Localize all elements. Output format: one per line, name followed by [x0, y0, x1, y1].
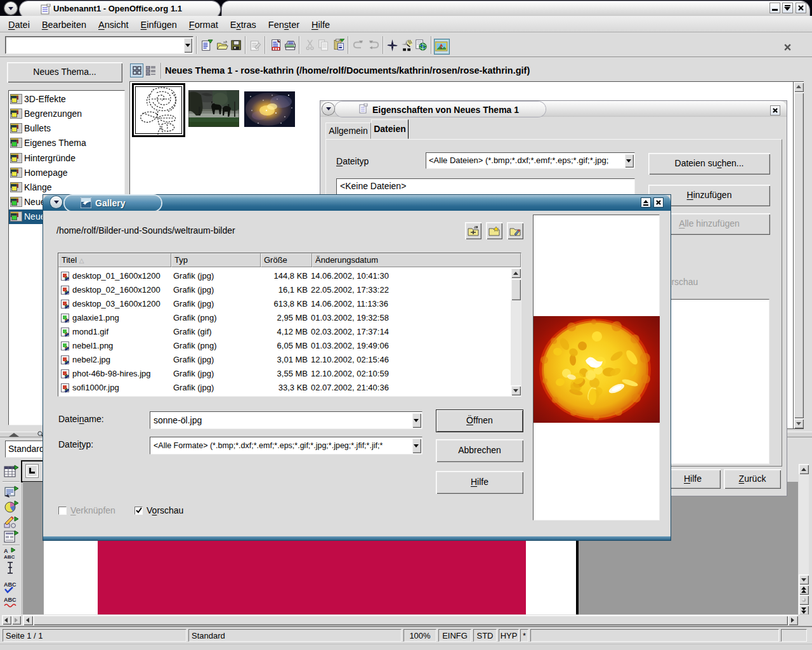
svg-text:ABC: ABC: [4, 554, 15, 560]
svg-text:A: A: [4, 548, 8, 554]
svg-text:ABC: ABC: [4, 597, 16, 603]
svg-text:ABC: ABC: [4, 581, 16, 588]
